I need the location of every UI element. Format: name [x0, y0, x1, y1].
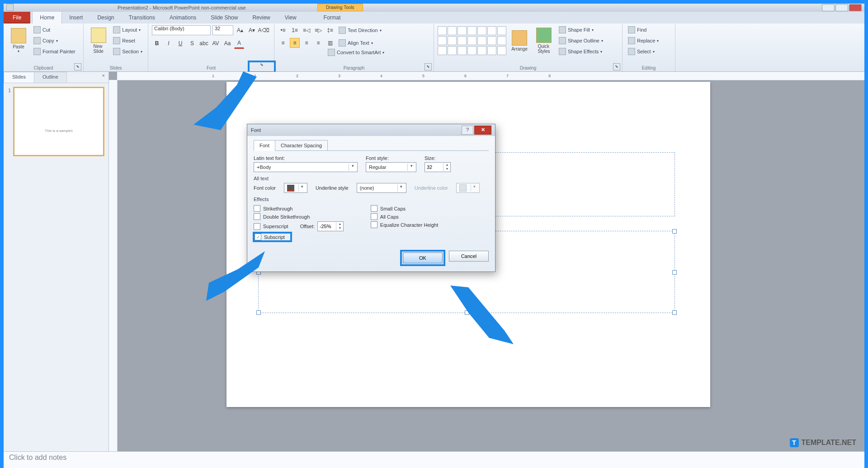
layout-icon	[113, 26, 120, 33]
shape-outline-button[interactable]: Shape Outline▾	[557, 36, 605, 45]
allcaps-checkbox[interactable]	[371, 213, 377, 220]
dialog-close-button[interactable]: ✕	[474, 126, 491, 135]
ok-button[interactable]: OK	[403, 253, 443, 263]
effects-icon	[559, 48, 566, 55]
select-icon	[628, 48, 635, 55]
bold-button[interactable]: B	[152, 38, 162, 48]
dialog-help-button[interactable]: ?	[462, 126, 473, 135]
tab-animations[interactable]: Animations	[162, 12, 203, 23]
chevron-down-icon: ▾	[407, 164, 415, 171]
maximize-button[interactable]	[835, 4, 848, 11]
context-tab-drawing-tools[interactable]: Drawing Tools	[317, 4, 363, 11]
allcaps-label: All Caps	[380, 214, 399, 220]
smartart-button[interactable]: Convert to SmartArt▾	[326, 48, 386, 57]
notes-pane[interactable]: Click to add notes	[4, 451, 864, 468]
tab-file[interactable]: File	[4, 12, 30, 23]
tab-insert[interactable]: Insert	[62, 12, 90, 23]
tab-format[interactable]: Format	[316, 12, 348, 23]
cut-button[interactable]: Cut	[32, 25, 77, 34]
justify-button[interactable]: ≡	[313, 38, 323, 48]
tab-transitions[interactable]: Transitions	[122, 12, 162, 23]
increase-indent-button[interactable]: ≡▷	[313, 25, 323, 35]
double-strike-checkbox[interactable]	[254, 213, 260, 220]
sidetab-slides[interactable]: Slides	[4, 72, 34, 83]
offset-spinner[interactable]: ▲▼	[317, 221, 344, 231]
shrink-font-button[interactable]: A▾	[247, 25, 257, 35]
font-launcher[interactable]: ⬊	[249, 61, 275, 72]
copy-button[interactable]: Copy▾	[32, 36, 77, 45]
clipboard-launcher[interactable]: ⬊	[74, 63, 81, 70]
arrange-button[interactable]: Arrange	[508, 29, 531, 52]
italic-button[interactable]: I	[164, 38, 174, 48]
smallcaps-checkbox[interactable]	[371, 205, 377, 212]
cancel-button[interactable]: Cancel	[449, 251, 489, 262]
slide-thumbnail-1[interactable]: This is a sample1	[14, 88, 104, 155]
alltext-label: All text	[254, 176, 489, 181]
dialog-tab-font[interactable]: Font	[254, 140, 275, 151]
shape-effects-button[interactable]: Shape Effects▾	[557, 47, 605, 56]
sidetab-outline[interactable]: Outline	[34, 72, 67, 83]
latin-font-select[interactable]: +Body▾	[254, 162, 358, 172]
decrease-indent-button[interactable]: ≡◁	[302, 25, 311, 35]
align-left-button[interactable]: ≡	[278, 38, 288, 48]
grow-font-button[interactable]: A▴	[235, 25, 245, 35]
text-direction-button[interactable]: Text Direction▾	[337, 26, 383, 35]
reset-button[interactable]: Reset	[111, 36, 144, 45]
replace-icon	[628, 37, 635, 44]
select-button[interactable]: Select▾	[626, 47, 671, 56]
dialog-tab-charspacing[interactable]: Character Spacing	[275, 140, 328, 151]
character-spacing-button[interactable]: AV	[211, 38, 221, 48]
numbering-button[interactable]: 1≡	[290, 25, 300, 35]
font-color-button[interactable]: A	[234, 38, 244, 49]
fontcolor-picker[interactable]: ▾	[284, 183, 307, 193]
tab-view[interactable]: View	[278, 12, 304, 23]
align-center-button[interactable]: ≡	[290, 38, 300, 48]
shape-fill-button[interactable]: Shape Fill▾	[557, 25, 605, 34]
new-slide-button[interactable]: New Slide	[87, 27, 109, 55]
tab-review[interactable]: Review	[245, 12, 277, 23]
section-button[interactable]: Section▾	[111, 47, 144, 56]
strikethrough-checkbox[interactable]	[254, 205, 260, 212]
tab-home[interactable]: Home	[32, 11, 62, 23]
close-button[interactable]	[849, 4, 862, 11]
paragraph-launcher[interactable]: ⬊	[425, 63, 432, 70]
sidepanel-close[interactable]: ×	[99, 72, 108, 83]
font-family-select[interactable]: Calibri (Body)	[152, 25, 211, 35]
clear-formatting-button[interactable]: A⌫	[259, 25, 269, 35]
paste-icon	[11, 28, 26, 43]
fontcolor-label: Font color	[254, 185, 276, 191]
replace-button[interactable]: Replace▾	[626, 36, 671, 45]
window-titlebar: Presentation2 - Microsoft PowerPoint non…	[4, 4, 864, 12]
strikethrough-button[interactable]: S	[187, 38, 197, 48]
superscript-checkbox[interactable]	[254, 223, 260, 230]
thumbnails-list[interactable]: 1 This is a sample1	[4, 83, 108, 451]
font-size-spinner[interactable]: ▲▼	[425, 162, 451, 172]
minimize-button[interactable]	[822, 4, 835, 11]
shadow-button[interactable]: abc	[199, 38, 209, 48]
change-case-button[interactable]: Aa	[222, 38, 232, 48]
align-right-button[interactable]: ≡	[302, 38, 311, 48]
align-text-button[interactable]: Align Text▾	[337, 38, 375, 47]
find-button[interactable]: Find	[626, 25, 671, 34]
quick-styles-icon	[536, 28, 552, 43]
columns-button[interactable]: ▥	[325, 38, 335, 48]
smartart-icon	[328, 49, 335, 56]
quick-styles-button[interactable]: Quick Styles	[533, 27, 555, 55]
tab-design[interactable]: Design	[90, 12, 121, 23]
paste-button[interactable]: Paste▾	[7, 27, 30, 54]
underline-style-select[interactable]: (none)▾	[357, 183, 406, 193]
font-size-select[interactable]: 32	[212, 25, 233, 35]
underline-button[interactable]: U	[175, 38, 185, 48]
font-style-select[interactable]: Regular▾	[366, 162, 416, 172]
arrange-icon	[512, 30, 527, 46]
subscript-checkbox[interactable]: ✓	[255, 234, 261, 240]
bullets-button[interactable]: •≡	[278, 25, 288, 35]
tab-slideshow[interactable]: Slide Show	[203, 12, 245, 23]
format-painter-button[interactable]: Format Painter	[32, 47, 77, 56]
layout-button[interactable]: Layout▾	[111, 25, 144, 34]
line-spacing-button[interactable]: ‡≡	[325, 25, 335, 35]
shapes-gallery[interactable]	[438, 26, 506, 55]
equalize-checkbox[interactable]	[371, 221, 377, 228]
dialog-titlebar[interactable]: Font ? ✕	[247, 124, 495, 136]
drawing-launcher[interactable]: ⬊	[613, 63, 620, 70]
